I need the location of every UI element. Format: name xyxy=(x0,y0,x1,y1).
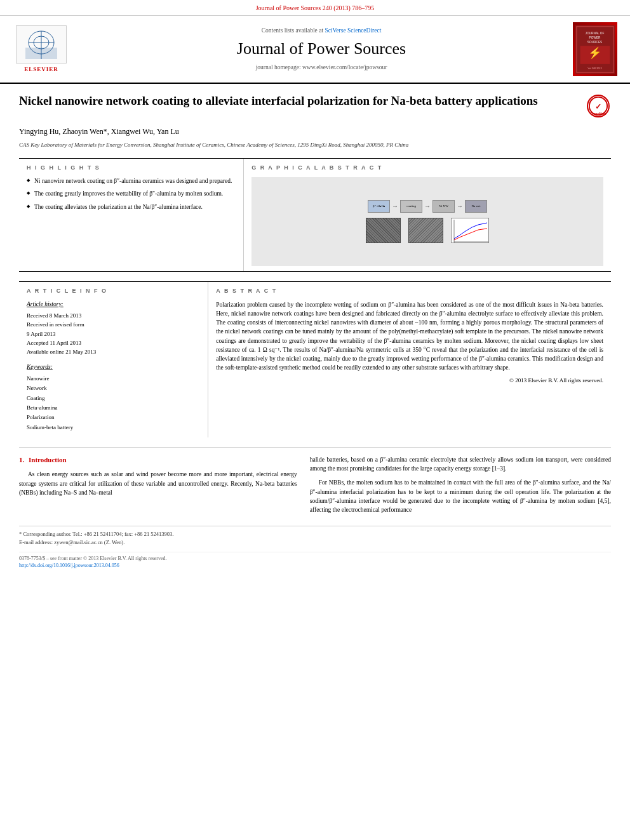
elsevier-label: ELSEVIER xyxy=(24,65,58,74)
ga-process-row: β″-Al₂O₃ → coating → Ni NW → Na wet xyxy=(368,200,487,213)
svg-text:SOURCES: SOURCES xyxy=(587,40,603,43)
highlight-item: The coating alleviates the polarization … xyxy=(27,203,236,211)
section-divider xyxy=(19,447,611,448)
intro-paragraph-1: As clean energy sources such as solar an… xyxy=(19,470,297,497)
journal-homepage: journal homepage: www.elsevier.com/locat… xyxy=(76,63,566,72)
journal-reference: Journal of Power Sources 240 (2013) 786–… xyxy=(0,0,630,16)
elsevier-logo: ELSEVIER xyxy=(13,25,70,74)
highlight-item: The coating greatly improves the wettabi… xyxy=(27,190,236,198)
received-date: Received 8 March 2013 xyxy=(27,311,200,320)
email-address: E-mail address: zywen@mail.sic.ac.cn (Z.… xyxy=(19,538,611,547)
svg-text:Vol 240 2013: Vol 240 2013 xyxy=(587,67,601,69)
abstract-label: A B S T R A C T xyxy=(216,287,603,295)
accepted-date: Accepted 11 April 2013 xyxy=(27,338,200,347)
journal-center: Contents lists available at SciVerse Sci… xyxy=(76,27,566,72)
sciverse-link[interactable]: SciVerse ScienceDirect xyxy=(325,27,381,34)
highlights-column: H I G H L I G H T S Ni nanowire network … xyxy=(19,159,244,271)
keyword-network: Network xyxy=(27,383,200,393)
svg-text:POWER: POWER xyxy=(589,36,601,39)
article-authors: Yingying Hu, Zhaoyin Wen*, Xiangwei Wu, … xyxy=(19,126,611,137)
highlight-item: Ni nanowire network coating on β″-alumin… xyxy=(27,177,236,185)
introduction-heading: 1. Introduction xyxy=(19,455,297,465)
history-label: Article history: xyxy=(27,300,200,309)
highlights-graphical-section: H I G H L I G H T S Ni nanowire network … xyxy=(19,158,611,272)
graphical-abstract-image: β″-Al₂O₃ → coating → Ni NW → Na wet xyxy=(251,177,603,266)
info-abstract-section: A R T I C L E I N F O Article history: R… xyxy=(19,281,611,437)
article-body: Nickel nanowire network coating to allev… xyxy=(0,84,630,578)
journal-title: Journal of Power Sources xyxy=(76,37,566,60)
intro-paragraph-2: halide batteries, based on a β″-alumina … xyxy=(310,455,611,474)
revised-date: 9 April 2013 xyxy=(27,330,200,338)
svg-text:✓: ✓ xyxy=(595,102,601,111)
graphical-abstract-column: G R A P H I C A L A B S T R A C T β″-Al₂… xyxy=(244,159,611,271)
article-title-section: Nickel nanowire network coating to allev… xyxy=(19,93,611,119)
keyword-sodium-battery: Sodium-beta battery xyxy=(27,423,200,432)
svg-text:JOURNAL OF: JOURNAL OF xyxy=(586,32,605,35)
svg-text:⚡: ⚡ xyxy=(588,46,602,60)
article-history-block: Article history: Received 8 March 2013 R… xyxy=(27,300,200,357)
introduction-section: 1. Introduction As clean energy sources … xyxy=(19,455,611,520)
crossmark-badge[interactable]: ✓ CrossMark xyxy=(586,93,611,119)
article-info-column: A R T I C L E I N F O Article history: R… xyxy=(19,282,208,437)
svg-text:CrossMark: CrossMark xyxy=(591,112,607,116)
abstract-column: A B S T R A C T Polarization problem cau… xyxy=(208,282,611,437)
doi-link[interactable]: http://dx.doi.org/10.1016/j.jpowsour.201… xyxy=(19,563,119,568)
abstract-text: Polarization problem caused by the incom… xyxy=(216,300,603,373)
revised-label: Received in revised form xyxy=(27,320,200,329)
bottom-bar: 0378-7753/$ – see front matter © 2013 El… xyxy=(19,552,611,569)
corresponding-author: * Corresponding author. Tel.: +86 21 524… xyxy=(19,530,611,538)
keywords-label: Keywords: xyxy=(27,363,200,371)
elsevier-logo-image xyxy=(16,25,67,63)
ga-sem-row xyxy=(366,218,489,243)
graphical-abstract-label: G R A P H I C A L A B S T R A C T xyxy=(251,164,603,172)
journal-header: ELSEVIER Contents lists available at Sci… xyxy=(0,16,630,84)
intro-left-column: 1. Introduction As clean energy sources … xyxy=(19,455,297,520)
keyword-coating: Coating xyxy=(27,394,200,403)
keyword-beta-alumina: Beta-alumina xyxy=(27,403,200,413)
footnote-section: * Corresponding author. Tel.: +86 21 524… xyxy=(19,526,611,569)
article-title: Nickel nanowire network coating to allev… xyxy=(19,93,579,109)
sciverse-text: Contents lists available at SciVerse Sci… xyxy=(76,27,566,35)
keyword-nanowire: Nanowire xyxy=(27,374,200,383)
keyword-polarization: Polarization xyxy=(27,413,200,422)
article-affiliation: CAS Key Laboratory of Materials for Ener… xyxy=(19,141,611,149)
crossmark-icon: ✓ CrossMark xyxy=(587,95,610,117)
article-info-label: A R T I C L E I N F O xyxy=(27,287,200,295)
online-date: Available online 21 May 2013 xyxy=(27,347,200,356)
highlights-list: Ni nanowire network coating on β″-alumin… xyxy=(27,177,236,211)
journal-cover-image: JOURNAL OF POWER SOURCES ⚡ Vol 240 2013 xyxy=(573,22,617,76)
keywords-block: Keywords: Nanowire Network Coating Beta-… xyxy=(27,363,200,432)
intro-paragraph-3: For NBBs, the molten sodium has to be ma… xyxy=(310,478,611,514)
highlights-label: H I G H L I G H T S xyxy=(27,164,236,172)
abstract-copyright: © 2013 Elsevier B.V. All rights reserved… xyxy=(216,377,603,385)
intro-right-column: halide batteries, based on a β″-alumina … xyxy=(310,455,611,520)
